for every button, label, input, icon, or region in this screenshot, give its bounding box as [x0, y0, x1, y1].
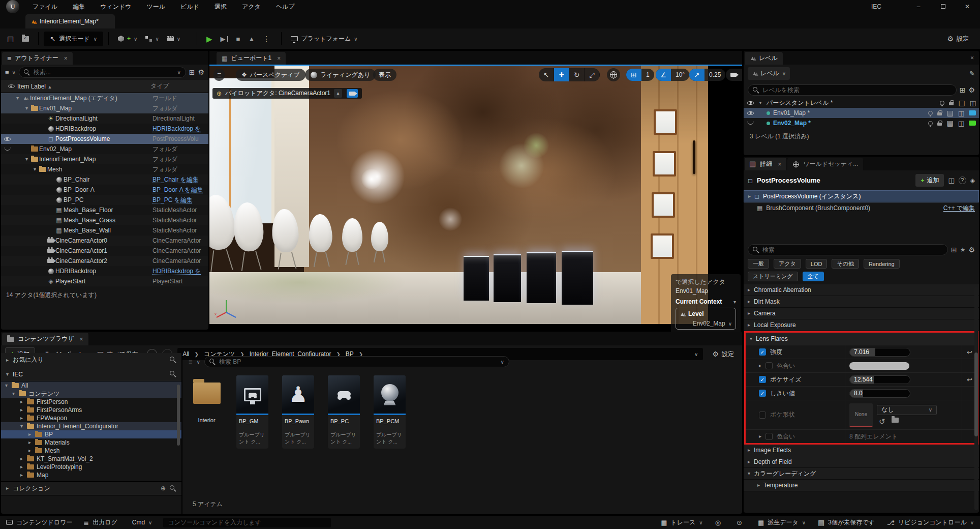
outliner-row[interactable]: HDRIBackdrop HDRIBackdrop を	[1, 266, 208, 276]
close-icon[interactable]: ×	[80, 336, 83, 343]
filter-pill[interactable]: Rendering	[864, 259, 900, 269]
outliner-search[interactable]: ∨	[19, 67, 186, 78]
folder-row[interactable]: Interior_Element_Configurator	[1, 422, 181, 430]
level-name[interactable]: Env01_Map *	[773, 109, 925, 116]
viewport-tab[interactable]: ビューポート1 ×	[217, 52, 286, 65]
actor-type[interactable]: CineCameraActor	[152, 237, 206, 244]
folder-name[interactable]: Interior_Element_Configurator	[37, 423, 118, 430]
section-header[interactable]: Camera	[744, 308, 979, 319]
chev-d-icon[interactable]	[19, 424, 24, 429]
grid-snap-value[interactable]: 1	[641, 71, 654, 78]
scale-tool[interactable]	[585, 68, 600, 81]
camera-speed-value[interactable]: 3	[741, 71, 742, 78]
folder-row[interactable]: コンテンツ	[1, 390, 181, 398]
actor-label[interactable]: Mesh_Base_Wall	[64, 227, 152, 234]
lock-icon[interactable]	[949, 102, 954, 105]
outliner-row[interactable]: Env02_Map フォルダ	[1, 144, 208, 154]
play-options-button[interactable]	[259, 33, 274, 45]
actor-type[interactable]: フォルダ	[152, 104, 206, 113]
context-level-box[interactable]: Level Env02_Map ∨	[676, 308, 736, 330]
grid-plus-icon[interactable]	[189, 69, 195, 76]
filter-chevron[interactable]: ∨	[197, 359, 200, 365]
folder-row[interactable]: FirstPersonArms	[1, 406, 181, 414]
scale-snap-control[interactable]: 0.25	[689, 69, 725, 81]
asset-tile[interactable]: ♟ BP_Pawn ブループリント ク...	[282, 375, 314, 449]
outliner-column-header[interactable]: Item Label ▲ タイプ	[1, 80, 208, 93]
property-checkbox[interactable]: ✓	[759, 376, 766, 383]
project-root-header[interactable]: IEC	[1, 367, 181, 381]
viewport-3d-view[interactable]: x パースペクティブ ライティングあり 表示 1	[209, 65, 742, 335]
actor-type[interactable]: BP_PC を編集	[152, 196, 206, 204]
outliner-row[interactable]: BP_Door-A BP_Door-A を編集	[1, 185, 208, 195]
search-icon[interactable]	[170, 371, 176, 377]
bulb-icon[interactable]	[940, 101, 944, 105]
actor-label[interactable]: Mesh_Base_Grass	[64, 217, 152, 224]
level-color-chip[interactable]	[969, 121, 976, 126]
chev-r-icon[interactable]	[27, 440, 33, 445]
property-checkbox[interactable]: ✓	[759, 348, 766, 356]
actor-label[interactable]: Env01_Map	[39, 105, 152, 112]
menu-item[interactable]: アクタ	[236, 1, 267, 13]
level-tab[interactable]: InteriorElement_Map*	[25, 14, 115, 28]
cpp-edit-link[interactable]: C++ で編集	[943, 204, 975, 213]
section-header[interactable]: Depth of Field	[744, 456, 979, 468]
actor-label[interactable]: HDRIBackdrop	[55, 125, 152, 132]
scale-snap-value[interactable]: 0.25	[705, 71, 725, 78]
asset-tile[interactable]: BP_PCM ブループリント ク...	[374, 375, 406, 449]
actor-label[interactable]: PlayerStart	[55, 278, 152, 285]
property-checkbox[interactable]: ✓	[759, 390, 766, 397]
outliner-row[interactable]: BP_PC BP_PC を編集	[1, 195, 208, 205]
browse-icon[interactable]	[892, 418, 899, 423]
world-settings-tab[interactable]: ワールドセッティ...	[787, 158, 863, 170]
filter-pill[interactable]: 一般	[748, 259, 769, 269]
actor-label[interactable]: InteriorElement_Map (エディタ)	[30, 94, 152, 103]
move-tool[interactable]	[554, 68, 569, 81]
chev-r-icon[interactable]	[19, 456, 24, 461]
number-field[interactable]: 12.544	[849, 375, 910, 384]
outliner-row[interactable]: HDRIBackdrop HDRIBackdrop を	[1, 124, 208, 134]
status-bar-button[interactable]: 3個が未保存です ∨	[818, 518, 875, 527]
outliner-row[interactable]: BP_Chair BP_Chair を編集	[1, 174, 208, 185]
reset-icon[interactable]	[967, 376, 972, 383]
actor-type[interactable]: BP_Chair を編集	[152, 175, 206, 184]
filter-pill[interactable]: アクタ	[774, 259, 801, 269]
menu-item[interactable]: ツール	[141, 1, 172, 13]
perspective-button[interactable]: パースペクティブ	[236, 69, 305, 81]
actor-type[interactable]: StaticMeshActor	[152, 207, 206, 214]
filter-icon[interactable]	[189, 359, 193, 365]
level-row[interactable]: Env02_Map *	[744, 118, 979, 128]
close-button[interactable]: ✕	[960, 3, 975, 10]
reset-icon[interactable]	[967, 349, 972, 356]
skip-button[interactable]: ▶	[217, 33, 232, 45]
level-row[interactable]: パーシスタントレベル *	[744, 98, 979, 108]
bookmark-icon[interactable]	[970, 178, 975, 184]
search-icon[interactable]	[170, 485, 176, 492]
section-header[interactable]: Dirt Mask	[744, 296, 979, 308]
cinematics-button[interactable]: ∨	[163, 34, 185, 44]
folder-name[interactable]: Mesh	[45, 447, 59, 454]
chev-r-icon[interactable]	[27, 448, 33, 453]
actor-label[interactable]: Env02_Map	[39, 145, 152, 153]
status-bar-button[interactable]: Cmd ∨	[129, 519, 152, 526]
menu-item[interactable]: ファイル	[26, 1, 64, 13]
outliner-row[interactable]: InteriorElement_Map (エディタ) ワールド	[1, 93, 208, 103]
details-search[interactable]	[748, 244, 948, 255]
status-bar-button[interactable]: ∨	[737, 519, 746, 526]
level-name[interactable]: Env02_Map *	[773, 120, 925, 127]
level-color-chip[interactable]	[969, 110, 976, 115]
section-header[interactable]: Image Effects	[744, 445, 979, 456]
actor-type[interactable]: DirectionalLight	[152, 115, 206, 122]
property-checkbox[interactable]: ✓	[765, 362, 773, 369]
levels-search[interactable]	[748, 84, 957, 96]
asset-search[interactable]: ∨	[204, 356, 509, 367]
status-bar-button[interactable]: 出力ログ ∨	[83, 518, 117, 527]
actor-label[interactable]: CineCameraActor0	[55, 237, 152, 244]
folder-row[interactable]: Map	[1, 471, 181, 479]
eye-icon[interactable]	[4, 136, 11, 142]
actor-type[interactable]: HDRIBackdrop を	[152, 267, 206, 276]
save-button[interactable]	[3, 33, 18, 45]
chev-d-icon[interactable]	[11, 391, 16, 396]
use-selected-icon[interactable]	[879, 418, 885, 425]
folder-name[interactable]: All	[21, 382, 28, 389]
select-tool[interactable]	[539, 68, 554, 81]
